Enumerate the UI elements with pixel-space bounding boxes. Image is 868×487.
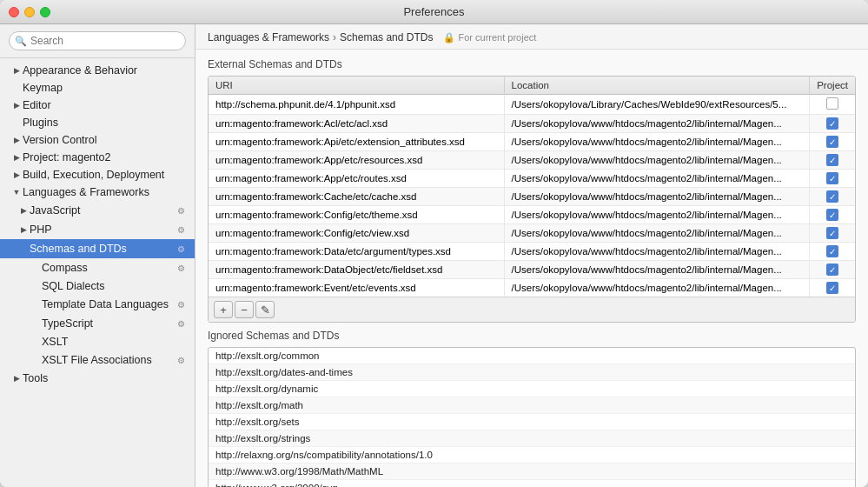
maximize-button[interactable] [40, 7, 50, 17]
checkbox-checked[interactable]: ✓ [826, 190, 838, 203]
sidebar-item-php[interactable]: PHP ⚙ [0, 220, 195, 239]
remove-row-button[interactable]: − [235, 301, 254, 318]
checkbox-checked[interactable]: ✓ [826, 117, 838, 130]
cell-location: /Users/okopylova/www/htdocs/magento2/lib… [504, 243, 810, 261]
sidebar-item-label: Version Control [23, 134, 188, 146]
arrow-icon [10, 82, 23, 94]
list-item[interactable]: http://exslt.org/strings [209, 430, 855, 447]
cell-location: /Users/okopylova/www/htdocs/magento2/lib… [504, 133, 810, 151]
cell-uri: urn:magento:framework:Acl/etc/acl.xsd [209, 115, 504, 133]
table-row[interactable]: urn:magento:framework:Api/etc/extension_… [209, 133, 855, 151]
cell-location: /Users/okopylova/www/htdocs/magento2/lib… [504, 188, 810, 206]
checkbox-checked[interactable]: ✓ [826, 154, 838, 166]
checkbox-checked[interactable]: ✓ [826, 245, 838, 257]
list-item[interactable]: http://www.w3.org/1998/Math/MathML [209, 464, 855, 480]
sidebar-item-compass[interactable]: Compass ⚙ [0, 258, 195, 277]
project-badge: 🔒 For current project [443, 32, 536, 43]
cell-project[interactable]: ✓ [810, 188, 855, 206]
table-row[interactable]: urn:magento:framework:Event/etc/events.x… [209, 279, 855, 297]
sidebar-item-xslt[interactable]: XSLT [0, 333, 195, 350]
table-row[interactable]: urn:magento:framework:Cache/etc/cache.xs… [209, 188, 855, 206]
table-row[interactable]: urn:magento:framework:Config/etc/view.xs… [209, 224, 855, 243]
cell-project[interactable]: ✓ [810, 243, 855, 261]
config-icon: ⚙ [174, 261, 188, 275]
sidebar-item-label: Build, Execution, Deployment [23, 169, 188, 181]
cell-project[interactable]: ✓ [810, 261, 855, 279]
list-item[interactable]: http://exslt.org/sets [209, 414, 855, 430]
arrow-icon [10, 64, 23, 77]
external-schemas-title: External Schemas and DTDs [208, 58, 856, 70]
col-header-project: Project [810, 77, 855, 95]
sidebar-item-sql[interactable]: SQL Dialects [0, 277, 195, 295]
cell-project[interactable]: ✓ [810, 115, 855, 133]
cell-uri: urn:magento:framework:App/etc/routes.xsd [209, 170, 504, 188]
titlebar: Preferences [0, 0, 868, 24]
minimize-button[interactable] [24, 7, 35, 17]
list-item[interactable]: http://exslt.org/math [209, 397, 855, 414]
cell-uri: urn:magento:framework:Data/etc/argument/… [209, 243, 504, 261]
cell-project[interactable]: ✓ [810, 133, 855, 151]
sidebar-item-label: TypeScript [42, 317, 174, 330]
table-row[interactable]: http://schema.phpunit.de/4.1/phpunit.xsd… [209, 95, 855, 115]
sidebar-item-xslt-file[interactable]: XSLT File Associations ⚙ [0, 350, 195, 370]
checkbox-checked[interactable]: ✓ [826, 282, 838, 294]
checkbox-empty[interactable] [826, 97, 838, 110]
sidebar-item-build[interactable]: Build, Execution, Deployment [0, 166, 195, 183]
sidebar-item-languages[interactable]: Languages & Frameworks [0, 183, 195, 201]
sidebar: 🔍 Appearance & Behavior Keymap [0, 24, 195, 487]
sidebar-item-appearance[interactable]: Appearance & Behavior [0, 62, 195, 79]
edit-row-button[interactable]: ✎ [255, 301, 275, 318]
add-row-button[interactable]: + [214, 301, 233, 318]
cell-project[interactable]: ✓ [810, 279, 855, 297]
external-schemas-table-container: URI Location Project http://schema.phpun… [208, 76, 856, 323]
list-item[interactable]: http://relaxng.org/ns/compatibility/anno… [209, 447, 855, 464]
table-row[interactable]: urn:magento:framework:DataObject/etc/fie… [209, 261, 855, 279]
table-row[interactable]: urn:magento:framework:Config/etc/theme.x… [209, 206, 855, 224]
sidebar-item-project[interactable]: Project: magento2 [0, 149, 195, 166]
checkbox-checked[interactable]: ✓ [826, 227, 838, 239]
cell-uri: urn:magento:framework:Event/etc/events.x… [209, 279, 504, 297]
list-item[interactable]: http://exslt.org/dynamic [209, 381, 855, 397]
checkbox-checked[interactable]: ✓ [826, 172, 838, 184]
close-button[interactable] [9, 7, 19, 17]
list-item[interactable]: http://exslt.org/common [209, 348, 855, 364]
sidebar-item-tools[interactable]: Tools [0, 370, 195, 387]
search-input[interactable] [9, 31, 186, 50]
list-item[interactable]: http://exslt.org/dates-and-times [209, 364, 855, 381]
sidebar-item-label: Plugins [23, 117, 188, 129]
breadcrumb: Languages & Frameworks › Schemas and DTD… [195, 24, 868, 50]
sidebar-item-editor[interactable]: Editor [0, 97, 195, 114]
breadcrumb-parent: Languages & Frameworks [208, 31, 329, 43]
cell-project[interactable]: ✓ [810, 151, 855, 170]
sidebar-item-typescript[interactable]: TypeScript ⚙ [0, 314, 195, 333]
table-row[interactable]: urn:magento:framework:Acl/etc/acl.xsd/Us… [209, 115, 855, 133]
config-icon: ⚙ [174, 353, 188, 367]
cell-location: /Users/okopylova/www/htdocs/magento2/lib… [504, 115, 810, 133]
config-icon: ⚙ [174, 203, 188, 217]
sidebar-item-version-control[interactable]: Version Control [0, 131, 195, 149]
table-row[interactable]: urn:magento:framework:Data/etc/argument/… [209, 243, 855, 261]
search-box: 🔍 [0, 24, 195, 58]
cell-location: /Users/okopylova/www/htdocs/magento2/lib… [504, 261, 810, 279]
sidebar-item-template[interactable]: Template Data Languages ⚙ [0, 295, 195, 314]
table-row[interactable]: urn:magento:framework:App/etc/resources.… [209, 151, 855, 170]
checkbox-checked[interactable]: ✓ [826, 264, 838, 276]
arrow-icon [10, 151, 23, 163]
cell-uri: urn:magento:framework:DataObject/etc/fie… [209, 261, 504, 279]
sidebar-item-plugins[interactable]: Plugins [0, 114, 195, 131]
cell-project[interactable] [810, 95, 855, 115]
sidebar-item-keymap[interactable]: Keymap [0, 79, 195, 97]
list-item[interactable]: http://www.w3.org/2000/svg [209, 480, 855, 487]
sidebar-item-schemas[interactable]: Schemas and DTDs ⚙ [0, 239, 195, 258]
cell-uri: urn:magento:framework:Config/etc/view.xs… [209, 224, 504, 243]
cell-project[interactable]: ✓ [810, 206, 855, 224]
table-row[interactable]: urn:magento:framework:App/etc/routes.xsd… [209, 170, 855, 188]
breadcrumb-separator: › [333, 31, 336, 43]
checkbox-checked[interactable]: ✓ [826, 136, 838, 148]
cell-project[interactable]: ✓ [810, 224, 855, 243]
cell-project[interactable]: ✓ [810, 170, 855, 188]
checkbox-checked[interactable]: ✓ [826, 209, 838, 221]
sidebar-item-label: JavaScript [30, 204, 174, 217]
sidebar-item-javascript[interactable]: JavaScript ⚙ [0, 201, 195, 220]
sidebar-item-label: Appearance & Behavior [23, 64, 188, 77]
